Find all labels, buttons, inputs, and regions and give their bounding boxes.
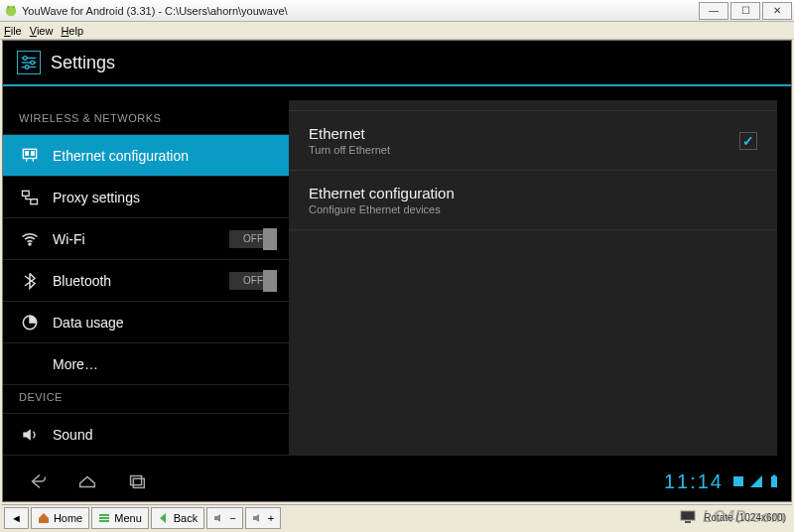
bluetooth-toggle[interactable]: OFF: [229, 272, 277, 290]
row-subtitle: Turn off Ethernet: [309, 144, 739, 156]
status-clock: 11:14: [664, 470, 724, 493]
svg-rect-34: [99, 520, 109, 522]
menu-file[interactable]: File: [4, 25, 22, 37]
svg-rect-28: [133, 478, 144, 487]
minimize-button[interactable]: —: [699, 2, 728, 20]
sidebar-item-label: Sound: [53, 427, 92, 443]
settings-header: Settings: [3, 41, 791, 84]
svg-rect-31: [773, 475, 776, 477]
nav-recent-button[interactable]: [112, 466, 162, 497]
window-titlebar: YouWave for Android (3.31) - C:\Users\ah…: [0, 0, 794, 22]
sidebar-item-proxy-settings[interactable]: Proxy settings: [3, 177, 289, 218]
wifi-icon: [19, 228, 41, 250]
host-back-button[interactable]: Back: [151, 507, 204, 529]
host-menu-button[interactable]: Menu: [91, 507, 149, 529]
host-home-button[interactable]: Home: [31, 507, 89, 529]
svg-point-6: [24, 57, 28, 61]
speaker-icon: [213, 512, 225, 524]
menubar: File View Help: [0, 22, 794, 40]
sidebar-item-label: Proxy settings: [53, 190, 140, 205]
android-emulator: Settings WIRELESS & NETWORKS Ethernet co…: [2, 40, 792, 502]
host-volume-up-button[interactable]: +: [245, 507, 281, 529]
section-wireless-networks: WIRELESS & NETWORKS: [3, 106, 289, 135]
ethernet-icon: [19, 145, 41, 167]
sidebar-item-label: Ethernet configuration: [53, 148, 189, 164]
menu-view[interactable]: View: [30, 25, 54, 37]
arrow-left-icon: ◄: [11, 512, 22, 524]
sidebar-item-ethernet-configuration[interactable]: Ethernet configuration: [3, 135, 289, 177]
bluetooth-icon: [19, 270, 41, 292]
home-icon: [38, 512, 50, 524]
speaker-icon: [252, 512, 264, 524]
close-button[interactable]: ✕: [762, 2, 792, 20]
proxy-icon: [19, 187, 41, 208]
host-nav-left-button[interactable]: ◄: [4, 507, 29, 529]
svg-point-16: [29, 243, 31, 245]
svg-rect-14: [23, 191, 30, 196]
data-usage-icon: [19, 312, 41, 333]
menu-help[interactable]: Help: [61, 25, 83, 37]
svg-rect-35: [681, 511, 695, 520]
sidebar-item-more[interactable]: More…: [3, 343, 289, 385]
back-arrow-icon: [158, 512, 170, 524]
row-title: Ethernet configuration: [309, 185, 757, 201]
sidebar-item-label: Wi-Fi: [53, 231, 85, 247]
svg-rect-33: [99, 517, 109, 519]
sidebar-item-data-usage[interactable]: Data usage: [3, 302, 289, 343]
menu-icon: [98, 512, 110, 524]
sidebar-item-sound[interactable]: Sound: [3, 414, 289, 456]
status-icons: [731, 474, 781, 488]
sidebar-item-bluetooth[interactable]: Bluetooth OFF: [3, 260, 289, 302]
sidebar-item-label: Data usage: [53, 315, 124, 331]
sidebar-item-label: Bluetooth: [53, 273, 111, 289]
monitor-icon: [680, 510, 698, 526]
settings-icon: [17, 51, 41, 74]
sound-icon: [19, 424, 41, 446]
section-device: DEVICE: [3, 385, 289, 414]
svg-rect-1: [8, 5, 9, 8]
host-toolbar: ◄ Home Menu Back − + Rotate (1024x600): [2, 504, 792, 530]
settings-title: Settings: [51, 53, 115, 73]
row-subtitle: Configure Ethernet devices: [309, 203, 757, 215]
host-volume-down-button[interactable]: −: [206, 507, 242, 529]
nav-back-button[interactable]: [13, 466, 63, 497]
wifi-toggle[interactable]: OFF: [229, 230, 277, 248]
svg-rect-36: [685, 521, 691, 523]
svg-rect-15: [31, 199, 38, 203]
svg-rect-10: [26, 151, 28, 154]
android-navbar: 11:14: [3, 462, 791, 501]
settings-sidebar: WIRELESS & NETWORKS Ethernet configurati…: [3, 86, 289, 462]
settings-detail-panel: Ethernet Turn off Ethernet ✓ Ethernet co…: [289, 100, 777, 456]
detail-row-ethernet[interactable]: Ethernet Turn off Ethernet ✓: [289, 110, 777, 171]
svg-point-8: [25, 66, 29, 69]
svg-rect-2: [13, 5, 14, 8]
detail-row-ethernet-configuration[interactable]: Ethernet configuration Configure Etherne…: [289, 171, 777, 230]
nav-home-button[interactable]: [63, 466, 112, 497]
battery-icon: [767, 474, 781, 488]
svg-rect-32: [99, 514, 109, 516]
signal-icon: [749, 474, 763, 488]
row-title: Ethernet: [309, 125, 739, 142]
app-icon: [4, 4, 18, 18]
ethernet-checkbox[interactable]: ✓: [739, 132, 757, 150]
svg-point-7: [31, 61, 35, 65]
svg-rect-30: [771, 476, 777, 487]
window-title: YouWave for Android (3.31) - C:\Users\ah…: [22, 5, 699, 17]
maximize-button[interactable]: ☐: [730, 2, 760, 20]
svg-rect-29: [733, 476, 743, 486]
rotate-resolution-label[interactable]: Rotate (1024x600): [704, 512, 786, 523]
svg-point-0: [6, 5, 17, 16]
svg-rect-11: [32, 151, 35, 154]
svg-rect-27: [131, 476, 142, 485]
sdcard-icon: [731, 474, 745, 488]
sidebar-item-wifi[interactable]: Wi-Fi OFF: [3, 218, 289, 260]
sidebar-item-label: More…: [53, 356, 98, 372]
